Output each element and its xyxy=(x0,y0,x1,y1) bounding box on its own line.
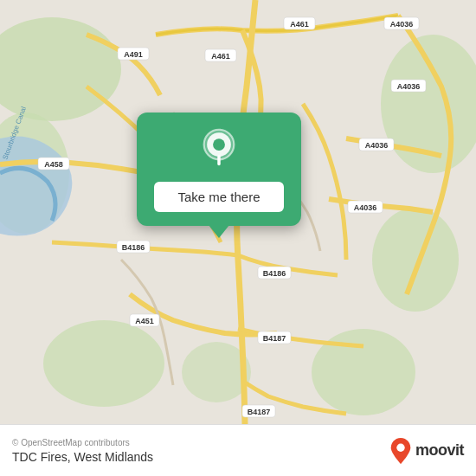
bottom-bar: © OpenStreetMap contributors TDC Fires, … xyxy=(0,424,476,476)
svg-text:A491: A491 xyxy=(124,50,143,59)
svg-text:A458: A458 xyxy=(44,160,63,169)
moovit-brand-text: moovit xyxy=(415,441,464,460)
copyright-text: © OpenStreetMap contributors xyxy=(12,438,153,447)
svg-text:A4036: A4036 xyxy=(354,203,377,212)
map-container: Stourbridge Canal xyxy=(0,0,476,424)
svg-text:B4187: B4187 xyxy=(263,334,286,343)
svg-point-37 xyxy=(213,138,225,151)
popup-card: Take me there xyxy=(137,113,301,226)
svg-text:B4187: B4187 xyxy=(248,408,271,416)
svg-text:B4186: B4186 xyxy=(122,243,145,252)
location-pin-icon xyxy=(196,128,241,173)
svg-text:A461: A461 xyxy=(290,20,309,29)
moovit-logo: moovit xyxy=(389,437,464,465)
svg-text:A461: A461 xyxy=(211,52,230,61)
svg-text:A4036: A4036 xyxy=(390,20,414,29)
svg-text:B4186: B4186 xyxy=(263,269,286,278)
bottom-left-info: © OpenStreetMap contributors TDC Fires, … xyxy=(12,438,153,464)
svg-text:A4036: A4036 xyxy=(365,141,389,150)
svg-point-5 xyxy=(43,320,164,407)
take-me-there-button[interactable]: Take me there xyxy=(154,182,284,212)
svg-text:A4036: A4036 xyxy=(397,82,421,91)
moovit-pin-icon xyxy=(389,437,412,465)
svg-point-39 xyxy=(396,443,404,451)
svg-point-4 xyxy=(372,208,459,312)
location-title: TDC Fires, West Midlands xyxy=(12,450,153,464)
svg-text:A451: A451 xyxy=(135,317,154,325)
